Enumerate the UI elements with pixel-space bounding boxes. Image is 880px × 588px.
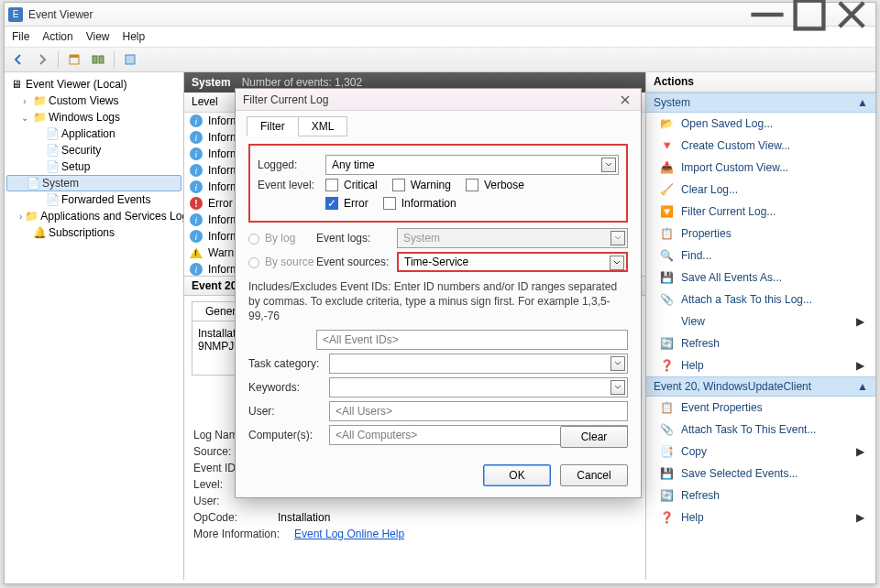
view-icon <box>659 314 674 329</box>
toolbar-btn-1[interactable] <box>64 49 84 70</box>
event-log-help-link[interactable]: Event Log Online Help <box>294 528 404 540</box>
action-help2[interactable]: ❓Help▶ <box>646 506 875 528</box>
tab-xml[interactable]: XML <box>299 116 348 136</box>
keywords-select[interactable] <box>329 377 628 397</box>
clear-icon: 🧹 <box>659 182 674 197</box>
logged-select[interactable]: Any time <box>325 155 619 175</box>
checkbox-checked-icon: ✓ <box>325 197 338 210</box>
tree-application[interactable]: 📄Application <box>6 125 182 142</box>
checkbox-icon <box>325 179 338 191</box>
close-button[interactable] <box>831 5 872 25</box>
action-find[interactable]: 🔍Find... <box>646 245 875 267</box>
action-refresh[interactable]: 🔄Refresh <box>646 332 875 354</box>
log-icon: 📄 <box>46 127 59 140</box>
hint-text: Includes/Excludes Event IDs: Enter ID nu… <box>248 279 628 324</box>
svg-rect-0 <box>796 0 824 28</box>
checkbox-icon <box>383 197 396 210</box>
action-refresh2[interactable]: 🔄Refresh <box>646 485 875 506</box>
action-open-saved[interactable]: 📂Open Saved Log... <box>646 113 875 135</box>
action-event-properties[interactable]: 📋Event Properties <box>646 397 875 419</box>
search-icon: 🔍 <box>659 248 674 263</box>
event-ids-input[interactable] <box>316 330 628 350</box>
tree-windows-logs[interactable]: ⌄📁Windows Logs <box>6 109 182 125</box>
chevron-down-icon <box>610 380 625 395</box>
filter-dialog: Filter Current Log Filter XML Logged: An… <box>235 88 642 498</box>
tree-custom-views[interactable]: ›📁Custom Views <box>6 93 182 109</box>
chevron-down-icon <box>610 231 625 245</box>
forward-button[interactable] <box>32 49 52 70</box>
chevron-right-icon: ▶ <box>856 315 864 328</box>
actions-title: Actions <box>646 72 875 93</box>
action-clear-log[interactable]: 🧹Clear Log... <box>646 179 875 201</box>
tree-app-services[interactable]: ›📁Applications and Services Logs <box>6 208 182 224</box>
tree-forwarded[interactable]: 📄Forwarded Events <box>6 191 182 208</box>
save-icon: 💾 <box>659 270 674 285</box>
user-input[interactable] <box>329 401 628 421</box>
menu-view[interactable]: View <box>86 30 110 43</box>
error-icon: ! <box>190 197 203 210</box>
actions-section-event[interactable]: Event 20, WindowsUpdateClient▲ <box>646 376 875 397</box>
radio-by-source <box>248 257 259 268</box>
action-import-custom[interactable]: 📥Import Custom View... <box>646 157 875 179</box>
titlebar: E Event Viewer <box>5 3 875 27</box>
task-icon: 📎 <box>659 422 674 437</box>
event-count: Number of events: 1,302 <box>242 76 362 89</box>
menu-action[interactable]: Action <box>42 30 72 43</box>
col-level[interactable]: Level <box>184 93 237 112</box>
action-properties[interactable]: 📋Properties <box>646 223 875 245</box>
action-attach-task-log[interactable]: 📎Attach a Task To this Log... <box>646 289 875 310</box>
cb-verbose[interactable]: Verbose <box>466 179 524 191</box>
kv-moreinfo: More Information: <box>193 528 294 540</box>
label-task-category: Task category: <box>248 357 329 370</box>
tree-security[interactable]: 📄Security <box>6 142 182 158</box>
cancel-button[interactable]: Cancel <box>560 464 628 486</box>
dialog-close-button[interactable] <box>617 92 633 108</box>
cb-information[interactable]: Information <box>383 197 456 210</box>
filter-icon: 🔽 <box>659 204 674 219</box>
dialog-title: Filter Current Log <box>243 93 617 106</box>
help-icon: ❓ <box>659 510 674 525</box>
toolbar-btn-3[interactable] <box>120 49 140 70</box>
event-sources-select[interactable]: Time-Service <box>397 252 628 272</box>
checkbox-icon <box>466 179 478 191</box>
label-logged: Logged: <box>258 158 325 171</box>
tree-root[interactable]: 🖥Event Viewer (Local) <box>6 76 182 93</box>
maximize-button[interactable] <box>789 5 830 25</box>
log-icon: 📄 <box>46 144 59 157</box>
task-category-select[interactable] <box>329 354 628 374</box>
center-title: System <box>192 76 231 89</box>
action-help[interactable]: ❓Help▶ <box>646 354 875 376</box>
action-save-selected[interactable]: 💾Save Selected Events... <box>646 463 875 485</box>
tree-subscriptions[interactable]: 🔔Subscriptions <box>6 224 182 241</box>
checkbox-icon <box>392 179 405 191</box>
action-save-all[interactable]: 💾Save All Events As... <box>646 267 875 289</box>
ok-button[interactable]: OK <box>483 464 551 486</box>
tab-filter[interactable]: Filter <box>247 116 299 136</box>
clear-button[interactable]: Clear <box>560 426 628 448</box>
action-view[interactable]: View▶ <box>646 310 875 332</box>
menu-file[interactable]: File <box>12 30 29 43</box>
log-icon: 📄 <box>27 177 39 190</box>
cb-error[interactable]: ✓Error <box>325 197 368 210</box>
app-icon: E <box>8 7 23 22</box>
tree-system[interactable]: 📄System <box>6 175 182 191</box>
funnel-icon: 🔻 <box>659 138 674 153</box>
tree-setup[interactable]: 📄Setup <box>6 158 182 175</box>
navigation-tree[interactable]: 🖥Event Viewer (Local) ›📁Custom Views ⌄📁W… <box>5 72 184 580</box>
toolbar-btn-2[interactable] <box>88 49 108 70</box>
save-icon: 💾 <box>659 466 674 481</box>
collapse-icon: ▲ <box>857 380 868 393</box>
chevron-right-icon: ▶ <box>856 359 864 372</box>
action-filter-current[interactable]: 🔽Filter Current Log... <box>646 201 875 223</box>
actions-pane: Actions System▲ 📂Open Saved Log... 🔻Crea… <box>646 72 875 580</box>
actions-section-system[interactable]: System▲ <box>646 93 875 113</box>
action-attach-task-event[interactable]: 📎Attach Task To This Event... <box>646 419 875 441</box>
action-copy[interactable]: 📑Copy▶ <box>646 441 875 463</box>
minimize-button[interactable] <box>747 5 787 25</box>
cb-critical[interactable]: Critical <box>325 179 378 191</box>
menu-help[interactable]: Help <box>123 30 146 43</box>
back-button[interactable] <box>8 49 28 70</box>
cb-warning[interactable]: Warning <box>392 179 451 191</box>
info-icon: i <box>190 180 203 193</box>
action-create-custom[interactable]: 🔻Create Custom View... <box>646 135 875 157</box>
